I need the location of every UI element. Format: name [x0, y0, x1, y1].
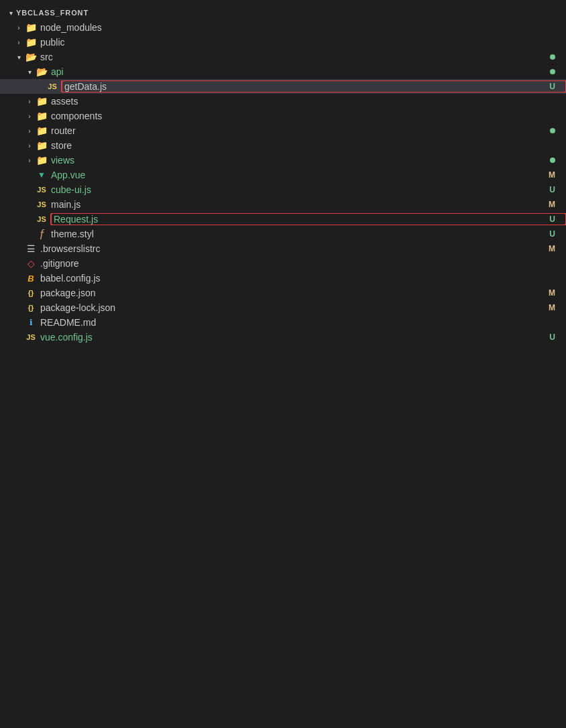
untracked-badge: U: [549, 82, 555, 91]
js-file-icon: JS: [35, 214, 48, 225]
modified-badge: M: [549, 200, 555, 209]
modified-dot: [550, 54, 555, 60]
file-getdata-js[interactable]: › JS getData.js U: [0, 79, 566, 94]
folder-open-icon: 📂: [35, 66, 48, 77]
modified-dot: [550, 158, 555, 163]
folder-store[interactable]: › 📁 store: [0, 138, 566, 153]
folder-api[interactable]: ▾ 📂 api: [0, 64, 566, 79]
file-label: babel.config.js: [40, 273, 566, 284]
babel-icon: B: [24, 273, 38, 284]
untracked-badge: U: [549, 215, 555, 224]
file-label: package-lock.json: [40, 302, 566, 313]
modified-dot: [550, 128, 555, 133]
file-label: cube-ui.js: [51, 184, 566, 195]
folder-views[interactable]: › 📁 views: [0, 153, 566, 168]
chevron-down-icon: ▾: [5, 7, 16, 18]
folder-open-icon: 📂: [24, 52, 38, 62]
folder-label: components: [51, 111, 566, 121]
chevron-right-icon: ›: [13, 37, 24, 48]
folder-icon: 📁: [35, 155, 48, 166]
js-file-icon: JS: [46, 81, 59, 92]
folder-label: assets: [51, 96, 566, 107]
folder-node-modules[interactable]: › 📁 node_modules: [0, 20, 566, 35]
folder-assets[interactable]: › 📁 assets: [0, 94, 566, 109]
chevron-right-icon: ›: [24, 111, 35, 121]
chevron-right-icon: ›: [24, 96, 35, 107]
chevron-down-icon: ▾: [24, 66, 35, 77]
untracked-badge: U: [549, 185, 555, 194]
browserslist-icon: ☰: [24, 243, 38, 254]
js-file-icon: JS: [24, 332, 38, 343]
file-package-lock-json[interactable]: › {} package-lock.json M: [0, 300, 566, 315]
folder-label: store: [51, 140, 566, 151]
modified-dot: [550, 69, 555, 74]
folder-icon: 📁: [35, 125, 48, 136]
chevron-right-icon: ›: [24, 140, 35, 151]
file-explorer: ▾ YBCLASS_FRONT › 📁 node_modules › 📁 pub…: [0, 0, 566, 350]
folder-label: public: [40, 37, 566, 48]
folder-icon: 📁: [24, 37, 38, 48]
file-cube-ui-js[interactable]: › JS cube-ui.js U: [0, 182, 566, 197]
folder-label: router: [51, 125, 566, 136]
styl-file-icon: ƒ: [35, 229, 48, 239]
file-main-js[interactable]: › JS main.js M: [0, 197, 566, 212]
file-theme-styl[interactable]: › ƒ theme.styl U: [0, 227, 566, 241]
folder-label: views: [51, 155, 566, 166]
git-icon: ◇: [24, 258, 38, 269]
file-gitignore[interactable]: › ◇ .gitignore: [0, 256, 566, 271]
js-file-icon: JS: [35, 184, 48, 195]
folder-src[interactable]: ▾ 📂 src: [0, 50, 566, 64]
file-readme[interactable]: › ℹ README.md: [0, 315, 566, 330]
untracked-badge: U: [549, 229, 555, 239]
file-babel-config[interactable]: › B babel.config.js: [0, 271, 566, 286]
folder-public[interactable]: › 📁 public: [0, 35, 566, 50]
modified-badge: M: [549, 288, 555, 298]
json-file-icon: {}: [24, 302, 38, 313]
folder-icon: 📁: [35, 140, 48, 151]
js-file-icon: JS: [35, 199, 48, 210]
readme-icon: ℹ: [24, 317, 38, 328]
file-label: .browserslistrc: [40, 243, 566, 254]
file-label: theme.styl: [51, 229, 566, 239]
vue-file-icon: ▼: [35, 170, 48, 180]
modified-badge: M: [549, 244, 555, 253]
file-label: Request.js: [51, 213, 566, 225]
untracked-badge: U: [549, 332, 555, 342]
file-label: App.vue: [51, 170, 566, 180]
root-folder[interactable]: ▾ YBCLASS_FRONT: [0, 5, 566, 20]
modified-badge: M: [549, 303, 555, 312]
folder-label: node_modules: [40, 22, 566, 33]
chevron-right-icon: ›: [24, 125, 35, 136]
root-label: YBCLASS_FRONT: [16, 9, 566, 17]
file-package-json[interactable]: › {} package.json M: [0, 286, 566, 300]
folder-router[interactable]: › 📁 router: [0, 123, 566, 138]
file-label: README.md: [40, 317, 566, 328]
chevron-down-icon: ▾: [13, 52, 24, 62]
folder-label: api: [51, 66, 566, 77]
folder-icon: 📁: [35, 96, 48, 107]
folder-icon: 📁: [24, 22, 38, 33]
file-app-vue[interactable]: › ▼ App.vue M: [0, 168, 566, 182]
file-label: main.js: [51, 199, 566, 210]
file-label: package.json: [40, 288, 566, 298]
chevron-right-icon: ›: [24, 155, 35, 166]
file-vue-config-js[interactable]: › JS vue.config.js U: [0, 330, 566, 345]
file-label: vue.config.js: [40, 332, 566, 343]
folder-label: src: [40, 52, 566, 62]
file-request-js[interactable]: › JS Request.js U: [0, 212, 566, 227]
file-label: getData.js: [62, 80, 566, 93]
json-file-icon: {}: [24, 288, 38, 298]
file-browserslistrc[interactable]: › ☰ .browserslistrc M: [0, 241, 566, 256]
folder-icon: 📁: [35, 111, 48, 121]
chevron-right-icon: ›: [13, 22, 24, 33]
folder-components[interactable]: › 📁 components: [0, 109, 566, 123]
modified-badge: M: [549, 170, 555, 180]
file-label: .gitignore: [40, 258, 566, 269]
